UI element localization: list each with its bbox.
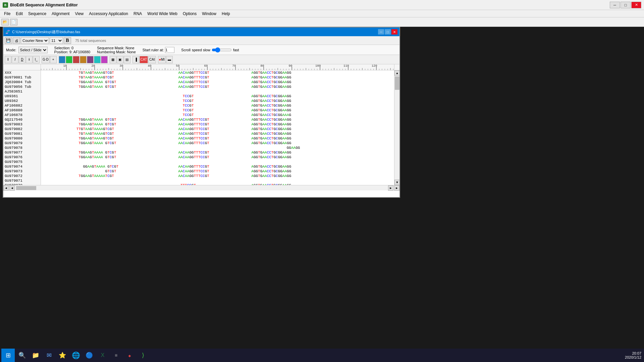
menu-sequence[interactable]: Sequence	[25, 11, 49, 17]
tool-color1[interactable]	[59, 56, 65, 63]
doc-close-button[interactable]: ✕	[391, 29, 397, 35]
horizontal-scrollbar: ◄ ◄ ► ►	[3, 185, 399, 190]
menu-help[interactable]: Help	[219, 11, 233, 17]
menu-window[interactable]: Window	[199, 11, 219, 17]
doc-maximize-button[interactable]: □	[385, 29, 391, 35]
ruler-section: Start ruler at:	[143, 47, 175, 53]
sequence-name-row: GU979076	[3, 155, 41, 160]
files-taskbar-button[interactable]: 📁	[30, 349, 42, 361]
names-list: XXXGU979081 TubJQ639004 TubGU979056 TubA…	[3, 70, 41, 185]
tool-color3[interactable]	[73, 56, 79, 63]
tool-subscript[interactable]: I_	[33, 56, 40, 63]
scroll-label: Scroll	[181, 48, 191, 52]
sequence-name-row: GU979080	[3, 136, 41, 141]
minimize-button[interactable]: ─	[610, 2, 620, 8]
close-button[interactable]: ✕	[631, 2, 641, 8]
sequence-name-row: GU979082	[3, 127, 41, 131]
sequence-data-row: TGGAAGTAAAA GTCGT AACAAGGTTTCCGT AGGTGAA…	[41, 122, 394, 127]
menu-rna[interactable]: RNA	[131, 11, 145, 17]
scroll-up-button[interactable]: ▲	[394, 70, 399, 76]
font-size-select[interactable]: 11	[50, 37, 63, 44]
total-sequences: 75 total sequences	[75, 39, 106, 43]
doc-title-left: 🧬 C:\Users\xingq\Desktop\建昂\biduihao.fas	[5, 29, 80, 35]
scroll-right2-button[interactable]: ►	[394, 185, 399, 191]
sticky-taskbar-button[interactable]: ⭐	[56, 349, 68, 361]
task2-button[interactable]: ⬥	[123, 349, 136, 361]
tool-color4[interactable]	[80, 56, 87, 63]
mode-label: Mode:	[6, 48, 16, 52]
maximize-button[interactable]: □	[621, 2, 631, 8]
scroll-left2-button[interactable]: ◄	[9, 185, 15, 191]
sequence-name-row: GU979081	[3, 131, 41, 136]
tool-align[interactable]: CAI	[148, 56, 156, 63]
chrome-taskbar-button[interactable]: 🌐	[70, 349, 82, 361]
sequence-data-row: GGAAGG	[41, 145, 394, 150]
ruler-start-input[interactable]	[165, 47, 174, 53]
tool-strikethrough[interactable]: I	[26, 56, 33, 63]
tool-italic[interactable]: I	[12, 56, 18, 63]
doc-toolbar: 💾 🖨 Courier New 11 B 75 total sequences	[3, 36, 399, 45]
start-button[interactable]: ⊞	[1, 349, 15, 362]
sequence-name-row: AF106882	[3, 103, 41, 108]
sequence-data-row	[41, 89, 394, 94]
tool-grid[interactable]: ▦	[110, 56, 116, 63]
scroll-speed-slider[interactable]	[212, 48, 232, 52]
tool-grid3[interactable]: ▤	[124, 56, 130, 63]
seq-scroll-area[interactable]: TGTAAGTAAAAGTCGT AACAAGGTTTCCGT AGGTGAAC…	[41, 70, 394, 185]
scroll-down-button[interactable]: ▼	[394, 180, 399, 185]
sequence-data-row: TGTAAGTAAAAGTCGT AACAAGGTTTCCGT AGGTGAAC…	[41, 131, 394, 136]
bold-button[interactable]: B	[64, 37, 71, 44]
doc-filepath: C:\Users\xingq\Desktop\建昂\biduihao.fas	[12, 29, 80, 35]
menu-accessory[interactable]: Accessory Application	[86, 11, 131, 17]
tool-plus[interactable]: +	[50, 56, 57, 63]
tool-color2[interactable]	[66, 56, 72, 63]
new-file-button[interactable]: 📄	[10, 19, 17, 25]
sequence-data-row: TGGAAGTAAAAGTCGT AACAAGGTTTCCGT AGGTGAAC…	[41, 136, 394, 141]
excel-taskbar-button[interactable]: X	[97, 349, 109, 361]
tool-grid2[interactable]: ▣	[117, 56, 123, 63]
open-folder-button[interactable]: 📂	[1, 19, 9, 25]
ie-taskbar-button[interactable]: 🔵	[83, 349, 95, 361]
task1-button[interactable]: ≡	[110, 349, 122, 361]
sequence-data-row: TGGAAGTAAAA GTCGT AACAAGGTTTCCGT AGGTGAA…	[41, 84, 394, 89]
tool-color5[interactable]	[87, 56, 94, 63]
tool-color7[interactable]	[101, 56, 108, 63]
font-family-select[interactable]: Courier New	[21, 37, 49, 44]
menu-alignment[interactable]: Alignment	[49, 11, 72, 17]
mail-taskbar-button[interactable]: ✉	[43, 349, 55, 361]
scroll-right-button[interactable]: ►	[388, 185, 393, 191]
menu-file[interactable]: File	[1, 11, 13, 17]
menu-bar: File Edit Sequence Alignment View Access…	[0, 10, 644, 17]
sequence-name-row: GU979074	[3, 164, 41, 169]
tool-bold[interactable]: I	[5, 56, 11, 63]
scroll-left-button[interactable]: ◄	[3, 185, 9, 191]
selection-info: Selection: 0 Position: 9: AF106880	[54, 46, 91, 54]
sequence-area: XXXGU979081 TubJQ639004 TubGU979056 TubA…	[3, 64, 399, 190]
menu-view[interactable]: View	[72, 11, 86, 17]
tool-g-d[interactable]: G·D	[42, 56, 50, 63]
save-button[interactable]: 💾	[5, 37, 12, 44]
tool-select[interactable]: ▐	[132, 56, 139, 63]
menu-options[interactable]: Options	[180, 11, 199, 17]
doc-title-bar: 🧬 C:\Users\xingq\Desktop\建昂\biduihao.fas…	[3, 27, 399, 36]
menu-www[interactable]: World Wide Web	[145, 11, 180, 17]
sequence-data-row: TGGAAGTAAAA GTCGT AACAAGGTTTCCGT AGGTGAA…	[41, 155, 394, 160]
print-button[interactable]: 🖨	[13, 37, 20, 44]
ruler	[41, 64, 394, 70]
doc-icon: 🧬	[5, 30, 10, 34]
tool-color6[interactable]	[94, 56, 101, 63]
doc-minimize-button[interactable]: ─	[378, 29, 384, 35]
tool-seq-tool[interactable]: CAT	[140, 56, 148, 63]
search-taskbar-button[interactable]: 🔍	[16, 349, 28, 361]
task3-button[interactable]: ⟩	[137, 349, 149, 361]
tool-underline[interactable]: D	[19, 56, 25, 63]
sequence-data-row: TCCGT AGGTGAACCTGCGGAAGG	[41, 108, 394, 113]
tool-nuc[interactable]: ●MI	[158, 56, 166, 63]
menu-edit[interactable]: Edit	[13, 11, 25, 17]
mode-select[interactable]: Select / Slide	[18, 47, 48, 53]
tool-bar[interactable]: ▬	[166, 56, 173, 63]
hscroll-thumb[interactable]	[16, 186, 36, 190]
sequence-name-row: AF106880	[3, 108, 41, 113]
scroll-thumb[interactable]	[395, 76, 399, 90]
seq-data-list: TGTAAGTAAAAGTCGT AACAAGGTTTCCGT AGGTGAAC…	[41, 70, 394, 185]
